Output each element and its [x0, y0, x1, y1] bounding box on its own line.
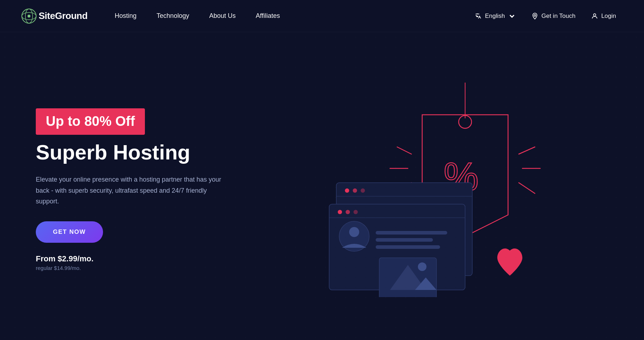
login-link[interactable]: Login: [585, 10, 623, 23]
hero-illustration-svg: %: [315, 83, 558, 297]
svg-rect-27: [376, 231, 447, 235]
svg-line-14: [519, 183, 535, 193]
svg-rect-29: [376, 245, 440, 249]
user-icon: [591, 13, 598, 20]
svg-point-33: [418, 262, 426, 271]
navbar: SiteGround Hosting Technology About Us A…: [0, 0, 644, 32]
hero-section: Up to 80% Off Superb Hosting Elevate you…: [0, 32, 644, 340]
svg-point-22: [346, 210, 350, 214]
logo[interactable]: SiteGround: [21, 9, 88, 24]
nav-links-right: English Get in Touch Login: [468, 10, 623, 23]
logo-icon: [21, 9, 36, 24]
nav-item-hosting[interactable]: Hosting: [105, 0, 147, 32]
hero-illustration: %: [250, 65, 623, 315]
svg-point-16: [345, 188, 349, 193]
language-selector[interactable]: English: [468, 10, 522, 23]
hero-content: Up to 80% Off Superb Hosting Elevate you…: [36, 108, 250, 271]
logo-text: SiteGround: [39, 10, 88, 21]
svg-rect-28: [376, 238, 433, 242]
nav-item-affiliates[interactable]: Affiliates: [246, 0, 290, 32]
translate-icon: [475, 13, 482, 20]
hero-price-main: From $2.99/mo.: [36, 254, 250, 263]
nav-links-left: Hosting Technology About Us Affiliates: [105, 0, 469, 32]
svg-point-4: [534, 14, 536, 16]
language-label: English: [485, 13, 505, 20]
nav-item-about-us[interactable]: About Us: [199, 0, 246, 32]
get-in-touch-link[interactable]: Get in Touch: [525, 10, 582, 23]
svg-point-26: [349, 227, 359, 237]
hero-price-regular: regular $14.99/mo.: [36, 265, 250, 271]
svg-line-12: [519, 147, 535, 154]
hero-description: Elevate your online presence with a host…: [36, 174, 222, 207]
hero-badge: Up to 80% Off: [36, 108, 145, 135]
chevron-down-icon: [508, 13, 516, 20]
svg-point-5: [594, 14, 596, 16]
nav-item-technology[interactable]: Technology: [147, 0, 199, 32]
login-label: Login: [601, 13, 616, 20]
svg-line-9: [397, 147, 411, 154]
hero-pricing: From $2.99/mo. regular $14.99/mo.: [36, 254, 250, 271]
get-in-touch-label: Get in Touch: [541, 13, 575, 20]
svg-point-17: [353, 188, 357, 193]
svg-point-3: [28, 15, 30, 18]
location-icon: [531, 13, 538, 20]
svg-point-21: [338, 210, 342, 214]
svg-point-18: [361, 188, 365, 193]
get-now-button[interactable]: GET NOW: [36, 221, 103, 243]
hero-title: Superb Hosting: [36, 141, 250, 164]
svg-point-23: [353, 210, 358, 214]
